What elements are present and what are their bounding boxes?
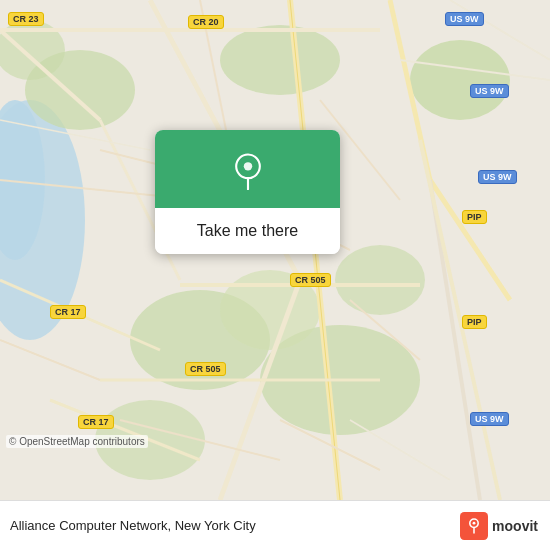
- road-label-us9w-4: US 9W: [470, 412, 509, 426]
- card-pin-area: [155, 130, 340, 208]
- bottom-bar: Alliance Computer Network, New York City…: [0, 500, 550, 550]
- road-label-cr17-2: CR 17: [78, 415, 114, 429]
- location-card: Take me there: [155, 130, 340, 254]
- moovit-logo-icon: [460, 512, 488, 540]
- road-label-cr17-1: CR 17: [50, 305, 86, 319]
- road-label-cr505-2: CR 505: [185, 362, 226, 376]
- svg-point-9: [335, 245, 425, 315]
- road-label-us9w-3: US 9W: [478, 170, 517, 184]
- road-label-cr23: CR 23: [8, 12, 44, 26]
- road-label-pip-2: PIP: [462, 315, 487, 329]
- svg-rect-42: [460, 512, 488, 540]
- moovit-logo: moovit: [460, 512, 538, 540]
- take-me-there-button[interactable]: Take me there: [155, 208, 340, 254]
- map-attribution: © OpenStreetMap contributors: [6, 435, 148, 448]
- svg-point-3: [220, 25, 340, 95]
- moovit-text: moovit: [492, 518, 538, 534]
- road-label-us9w-2: US 9W: [470, 84, 509, 98]
- location-name: Alliance Computer Network, New York City: [10, 518, 256, 533]
- road-label-us9w-1: US 9W: [445, 12, 484, 26]
- road-label-pip-1: PIP: [462, 210, 487, 224]
- svg-point-4: [410, 40, 510, 120]
- svg-point-41: [243, 162, 251, 170]
- map-container: CR 20 CR 23 US 9W US 9W US 9W PIP CR 505…: [0, 0, 550, 500]
- pin-icon: [229, 152, 267, 190]
- road-label-cr20: CR 20: [188, 15, 224, 29]
- svg-point-45: [473, 521, 476, 524]
- road-label-cr505-1: CR 505: [290, 273, 331, 287]
